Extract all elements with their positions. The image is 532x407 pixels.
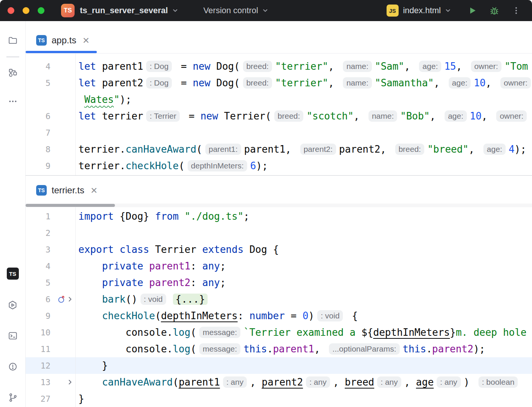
code-token: parent1 — [179, 376, 220, 388]
sidebar-item-git[interactable] — [7, 392, 18, 403]
gutter — [26, 91, 75, 108]
code-text[interactable]: console.log(message:`Terrier examined a … — [75, 324, 532, 341]
code-line[interactable]: 2 — [26, 225, 532, 241]
run-config-selector[interactable]: JS index.html — [387, 5, 451, 17]
services-icon — [8, 300, 18, 310]
gutter: 6 — [26, 291, 75, 308]
line-number: 13 — [26, 378, 50, 387]
code-text[interactable]: Wates"); — [75, 91, 532, 108]
close-icon[interactable]: × — [91, 185, 98, 196]
fold-chevron-icon[interactable] — [66, 378, 74, 386]
code-token: ( — [155, 310, 161, 321]
code-line[interactable]: 10 console.log(message:`Terrier examined… — [26, 324, 532, 341]
code-line[interactable]: 8terrier.canHaveAward(parent1:parent1, p… — [26, 141, 532, 158]
inlay-hint: : any — [306, 376, 330, 388]
code-token: Dog( — [210, 61, 240, 72]
code-text[interactable]: private parent1: any; — [75, 258, 532, 274]
overrides-method-icon[interactable] — [57, 295, 66, 303]
code-line[interactable]: 3export class Terrier extends Dog { — [26, 241, 532, 258]
gutter: 9 — [26, 158, 75, 174]
editor-app-ts[interactable]: 4let parent1: Dog = new Dog(breed:"terri… — [26, 54, 532, 176]
sidebar-item-services[interactable] — [7, 299, 18, 311]
typescript-logo-icon[interactable]: TS — [7, 268, 19, 280]
code-text[interactable]: terrier.checkHole(depthInMeters:6); — [75, 158, 532, 174]
code-text[interactable]: bark(): void{...} — [75, 291, 532, 308]
code-token: 6 — [250, 160, 256, 171]
debug-button[interactable] — [487, 3, 502, 18]
bug-icon — [489, 5, 500, 16]
code-text[interactable]: export class Terrier extends Dog { — [75, 241, 532, 258]
code-line[interactable]: 6let terrier: Terrier = new Terrier(bree… — [26, 108, 532, 124]
code-token: ( — [196, 144, 202, 155]
code-token: import — [78, 211, 120, 222]
sidebar-item-problems[interactable] — [7, 361, 18, 372]
horizontal-scrollbar-thumb[interactable] — [26, 204, 115, 207]
code-token: , — [328, 77, 340, 89]
code-line[interactable]: 4let parent1: Dog = new Dog(breed:"terri… — [26, 58, 532, 75]
code-text[interactable] — [75, 225, 532, 241]
code-line[interactable]: 5let parent2: Dog = new Dog(breed:"terri… — [26, 75, 532, 91]
folded-region[interactable]: {...} — [173, 294, 208, 305]
sidebar-item-terminal[interactable] — [7, 330, 18, 341]
sidebar-item-project[interactable] — [7, 35, 18, 46]
code-token: , — [404, 376, 416, 388]
code-line[interactable]: Wates"); — [26, 91, 532, 108]
code-text[interactable] — [75, 124, 532, 141]
code-line[interactable]: 9terrier.checkHole(depthInMeters:6); — [26, 158, 532, 174]
project-selector[interactable]: TS ts_run_server_several — [44, 4, 179, 17]
code-line[interactable]: 7 — [26, 124, 532, 141]
inlay-hint: name: — [343, 77, 371, 89]
gutter: 27 — [26, 390, 75, 407]
line-number: 7 — [26, 128, 50, 138]
tab-app-ts[interactable]: TS app.ts × — [26, 28, 97, 53]
gutter: 4 — [26, 58, 75, 75]
zoom-window-button[interactable] — [38, 7, 44, 14]
code-token: ; — [220, 260, 226, 272]
version-control-menu[interactable]: Version control — [179, 6, 269, 15]
code-line[interactable]: 27} — [26, 390, 532, 407]
code-token: ${ — [361, 327, 373, 338]
code-line[interactable]: 12 } — [26, 357, 532, 374]
code-token: ); — [256, 160, 268, 171]
code-text[interactable]: } — [75, 357, 532, 374]
code-token: bark — [102, 294, 126, 305]
code-line[interactable]: 6 bark(): void{...} — [26, 291, 532, 308]
code-text[interactable]: console.log(message:this.parent1, ...opt… — [75, 341, 532, 357]
minimize-window-button[interactable] — [23, 7, 29, 14]
sidebar-item-more[interactable] — [7, 96, 18, 107]
inlay-hint: : any — [437, 376, 461, 388]
code-text[interactable]: } — [75, 390, 532, 407]
code-text[interactable]: let terrier: Terrier = new Terrier(breed… — [75, 108, 532, 124]
code-token: , — [486, 77, 497, 89]
structure-icon — [8, 68, 18, 78]
line-number: 4 — [26, 62, 50, 71]
code-line[interactable]: 4 private parent1: any; — [26, 258, 532, 274]
code-line[interactable]: 11 console.log(message:this.parent1, ...… — [26, 341, 532, 357]
code-text[interactable]: private parent2: any; — [75, 274, 532, 291]
tab-terrier-ts[interactable]: TS terrier.ts × — [26, 177, 105, 203]
code-line[interactable]: 13 canHaveAward(parent1: any, parent2: a… — [26, 374, 532, 390]
code-text[interactable]: let parent2: Dog = new Dog(breed:"terrie… — [75, 75, 532, 91]
code-line[interactable]: 9 checkHole(depthInMeters: number = 0): … — [26, 308, 532, 324]
typescript-file-icon: TS — [36, 35, 47, 46]
sidebar-item-structure[interactable] — [7, 67, 18, 78]
editor-terrier-ts[interactable]: 1import {Dog} from "./dog.ts";23export c… — [26, 207, 532, 407]
run-button[interactable] — [465, 3, 480, 18]
code-text[interactable]: import {Dog} from "./dog.ts"; — [75, 208, 532, 225]
more-actions-button[interactable] — [509, 3, 524, 18]
fold-chevron-icon[interactable] — [66, 295, 74, 303]
code-token: () — [125, 294, 137, 305]
code-text[interactable]: let parent1: Dog = new Dog(breed:"terrie… — [75, 58, 532, 75]
horizontal-scrollbar-track[interactable] — [26, 204, 532, 207]
git-branch-icon — [8, 393, 18, 402]
code-text[interactable]: canHaveAward(parent1: any, parent2: any,… — [75, 374, 532, 390]
code-text[interactable]: terrier.canHaveAward(parent1:parent1, pa… — [75, 141, 532, 158]
close-window-button[interactable] — [8, 7, 14, 14]
code-token: , — [482, 110, 493, 122]
code-line[interactable]: 1import {Dog} from "./dog.ts"; — [26, 208, 532, 225]
close-icon[interactable]: × — [83, 35, 89, 46]
inlay-hint: parent1: — [205, 144, 241, 155]
tab-bar-top: TS app.ts × — [26, 21, 532, 54]
code-line[interactable]: 5 private parent2: any; — [26, 274, 532, 291]
code-text[interactable]: checkHole(depthInMeters: number = 0): vo… — [75, 308, 532, 324]
